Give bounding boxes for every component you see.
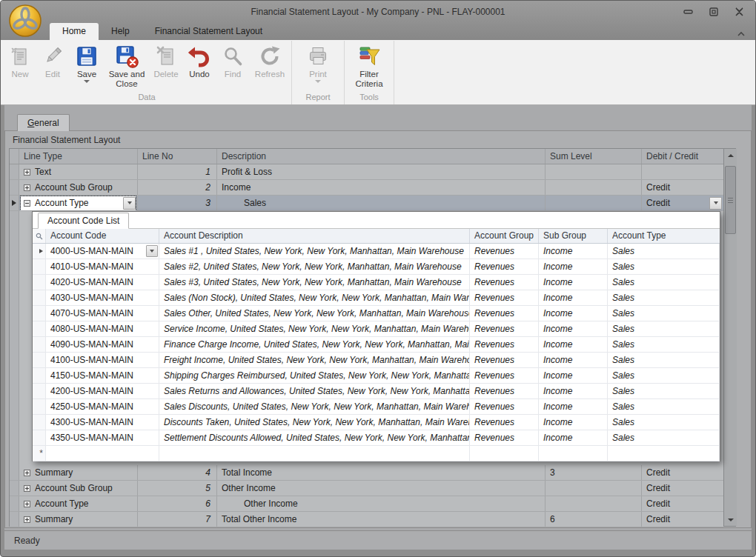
column-header-line-type[interactable]: Line Type — [19, 149, 138, 164]
account-code-value: 4010-US-MAN-MAIN — [50, 259, 133, 274]
row-indicator-cell — [33, 259, 46, 274]
tab-home[interactable]: Home — [50, 23, 99, 40]
expand-icon[interactable] — [24, 485, 30, 492]
account-type-value: Sales — [608, 321, 720, 336]
account-type-value: Sales — [608, 430, 720, 445]
combo-dropdown-button[interactable] — [146, 245, 158, 257]
undo-button[interactable]: Undo — [183, 43, 216, 92]
account-code-row[interactable]: 4010-US-MAN-MAIN Sales #2, United States… — [33, 259, 720, 275]
account-code-value: 4300-US-MAN-MAIN — [50, 415, 133, 430]
dropdown-tab-strip: Account Code List — [33, 212, 720, 229]
column-header-account-type[interactable]: Account Type — [608, 229, 720, 243]
scroll-down-button[interactable] — [724, 513, 737, 526]
sub-group-value: Income — [539, 415, 608, 430]
minimize-button[interactable] — [683, 7, 694, 17]
column-header-account-description[interactable]: Account Description — [159, 229, 470, 243]
combo-dropdown-button[interactable] — [123, 197, 136, 210]
sub-group-value: Income — [539, 399, 608, 414]
tab-general[interactable]: General — [17, 114, 70, 131]
scrollbar-thumb[interactable] — [725, 166, 736, 234]
account-group-value: Revenues — [470, 259, 539, 274]
sum-level-value: 3 — [546, 465, 642, 480]
column-header-account-code[interactable]: Account Code — [46, 229, 159, 243]
collapse-icon[interactable] — [24, 200, 30, 207]
line-no-value: 2 — [138, 180, 217, 195]
row-indicator-cell — [10, 481, 19, 496]
line-type-value: Account Type — [35, 496, 89, 511]
expand-icon[interactable] — [24, 516, 30, 523]
layout-row-6[interactable]: Account Type 6 Other Income Credit — [10, 496, 723, 512]
account-code-row[interactable]: 4100-US-MAN-MAIN Freight Income, United … — [33, 353, 720, 368]
account-code-row[interactable]: 4000-US-MAN-MAIN Sales #1 , United State… — [33, 244, 720, 259]
account-code-row[interactable]: 4350-US-MAN-MAIN Settlement Discounts Al… — [33, 430, 720, 446]
layout-row-2[interactable]: Account Sub Group 2 Income Credit — [10, 180, 723, 196]
scrollbar-track[interactable] — [724, 161, 737, 513]
refresh-icon — [258, 44, 282, 68]
collapse-ribbon-icon[interactable] — [736, 28, 746, 37]
expand-icon[interactable] — [24, 169, 30, 176]
save-dropdown-icon[interactable] — [84, 80, 90, 83]
ribbon-group-label-report: Report — [294, 92, 342, 104]
column-header-line-no[interactable]: Line No — [138, 149, 217, 164]
expand-icon[interactable] — [24, 184, 30, 191]
restore-button[interactable] — [708, 7, 720, 17]
sub-group-value: Income — [539, 306, 608, 321]
scroll-up-button[interactable] — [724, 149, 737, 161]
account-code-row[interactable]: 4070-US-MAN-MAIN Sales Other, United Sta… — [33, 306, 720, 321]
column-header-sub-group[interactable]: Sub Group — [539, 229, 608, 243]
account-code-row[interactable]: 4020-US-MAN-MAIN Sales #3, United States… — [33, 275, 720, 290]
account-code-value: 4100-US-MAN-MAIN — [50, 353, 133, 367]
column-header-account-group[interactable]: Account Group — [470, 229, 539, 243]
column-header-description[interactable]: Description — [217, 149, 546, 164]
new-row[interactable]: * — [33, 446, 720, 461]
account-group-value: Revenues — [470, 306, 539, 321]
line-type-value: Account Type — [35, 196, 89, 210]
account-code-value: 4030-US-MAN-MAIN — [50, 290, 133, 305]
layout-row-7[interactable]: Summary 7 Total Other Income 6 Credit — [10, 512, 723, 527]
expand-icon[interactable] — [24, 501, 30, 507]
row-indicator-cell — [33, 244, 46, 259]
app-logo-icon[interactable] — [7, 3, 43, 39]
account-code-row[interactable]: 4300-US-MAN-MAIN Discounts Taken, United… — [33, 415, 720, 430]
ribbon-group-data: New Edit Save — [2, 41, 292, 104]
groupbox-title: Financial Statement Layout — [9, 131, 747, 148]
tab-financial-statement-layout[interactable]: Financial Statement Layout — [142, 23, 275, 40]
account-code-row[interactable]: 4200-US-MAN-MAIN Sales Returns and Allow… — [33, 384, 720, 399]
column-header-sum-level[interactable]: Sum Level — [546, 149, 642, 164]
sum-level-value: 6 — [546, 512, 642, 527]
print-button-label: Print — [309, 70, 327, 79]
row-indicator-cell — [33, 353, 46, 367]
row-indicator-cell — [10, 180, 19, 195]
column-header-debit-credit[interactable]: Debit / Credit — [642, 149, 723, 164]
expand-icon[interactable] — [24, 470, 30, 476]
account-code-row[interactable]: 4030-US-MAN-MAIN Sales (Non Stock), Unit… — [33, 290, 720, 306]
search-icon[interactable] — [33, 229, 46, 243]
filter-criteria-button[interactable]: Filter Criteria — [346, 43, 392, 92]
account-code-row[interactable]: 4250-US-MAN-MAIN Sales Discounts, United… — [33, 399, 720, 415]
account-code-row[interactable]: 4090-US-MAN-MAIN Finance Charge Income, … — [33, 337, 720, 353]
tab-help[interactable]: Help — [99, 23, 142, 40]
save-button[interactable]: Save — [69, 43, 105, 92]
layout-row-3-selected[interactable]: Account Type 3 Sales Credit — [10, 196, 723, 211]
header-indicator-cell — [10, 149, 19, 164]
tab-account-code-list[interactable]: Account Code List — [38, 213, 129, 229]
layout-row-1[interactable]: Text 1 Profit & Loss — [10, 164, 723, 180]
save-and-close-button[interactable]: Save and Close — [105, 43, 149, 92]
close-button[interactable] — [733, 7, 745, 17]
account-code-row[interactable]: 4150-US-MAN-MAIN Shipping Charges Reimbu… — [33, 368, 720, 384]
line-no-value: 4 — [138, 465, 217, 480]
account-code-row[interactable]: 4080-US-MAN-MAIN Service Income, United … — [33, 321, 720, 337]
printer-icon — [306, 44, 330, 68]
undo-button-label: Undo — [189, 70, 210, 79]
debit-credit-dropdown-button[interactable] — [709, 197, 722, 210]
account-description-value: Freight Income, United States, New York,… — [159, 353, 470, 367]
new-button: New — [4, 43, 36, 92]
refresh-button-label: Refresh — [255, 70, 285, 79]
debit-credit-value: Credit — [646, 196, 670, 210]
layout-row-5[interactable]: Account Sub Group 5 Other Income Credit — [10, 481, 723, 496]
vertical-scrollbar[interactable] — [723, 149, 737, 526]
layout-row-4[interactable]: Summary 4 Total Income 3 Credit — [10, 465, 723, 481]
account-code-value: 4200-US-MAN-MAIN — [50, 384, 133, 398]
line-type-combo-editor[interactable]: Account Type — [21, 196, 136, 210]
filter-funnel-icon — [357, 44, 381, 68]
